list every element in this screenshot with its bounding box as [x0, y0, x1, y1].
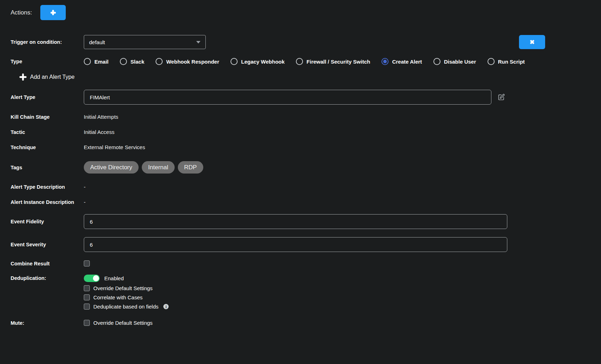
technique-row: Technique External Remote Services — [11, 144, 590, 151]
type-radio-group: Email Slack Webhook Responder Legacy Web… — [84, 58, 525, 65]
correlate-with-cases-label: Correlate with Cases — [93, 294, 142, 300]
mute-override-label: Override Default Settings — [93, 320, 153, 326]
radio-label: Disable User — [444, 59, 476, 65]
deduplicate-based-on-fields-label: Deduplicate based on fields — [93, 304, 158, 310]
tags-label: Tags — [11, 165, 84, 170]
tag-pill: RDP — [178, 161, 203, 174]
type-row: Type Email Slack Webhook Responder Legac… — [11, 58, 590, 65]
alert-type-input[interactable] — [84, 90, 491, 105]
event-fidelity-row: Event Fidelity — [11, 214, 590, 229]
radio-label: Slack — [130, 59, 144, 65]
radio-slack[interactable]: Slack — [120, 58, 144, 65]
tactic-row: Tactic Initial Access — [11, 129, 590, 135]
remove-action-button[interactable]: ✖ — [519, 35, 545, 49]
radio-legacy-webhook[interactable]: Legacy Webhook — [231, 58, 285, 65]
event-severity-row: Event Severity — [11, 237, 590, 252]
mute-label: Mute: — [11, 320, 84, 326]
trigger-condition-label: Trigger on condition: — [11, 39, 84, 45]
radio-icon — [120, 58, 127, 65]
tags-row: Tags Active Directory Internal RDP — [11, 161, 590, 174]
actions-row: Actions: — [11, 5, 590, 20]
kill-chain-stage-value: Initial Attempts — [84, 114, 118, 120]
event-fidelity-label: Event Fidelity — [11, 219, 84, 224]
combine-result-row: Combine Result — [11, 260, 590, 266]
radio-create-alert[interactable]: Create Alert — [381, 58, 422, 65]
radio-firewall-security-switch[interactable]: Firewall / Security Switch — [296, 58, 370, 65]
tactic-label: Tactic — [11, 129, 84, 135]
radio-label: Email — [94, 59, 109, 65]
override-default-settings-row: Override Default Settings — [84, 285, 169, 291]
mute-override-row: Override Default Settings — [84, 320, 153, 326]
deduplication-toggle-label: Enabled — [104, 275, 124, 281]
radio-disable-user[interactable]: Disable User — [433, 58, 476, 65]
alert-instance-description-row: Alert Instance Description - — [11, 199, 590, 205]
actions-label: Actions: — [11, 9, 32, 16]
tag-pill: Internal — [142, 161, 175, 174]
radio-label: Run Script — [498, 59, 525, 65]
trigger-condition-value: default — [89, 39, 105, 45]
event-severity-input[interactable] — [84, 237, 507, 252]
deduplication-label: Deduplication: — [11, 275, 84, 281]
radio-email[interactable]: Email — [84, 58, 109, 65]
radio-label: Create Alert — [392, 59, 422, 65]
plus-icon — [19, 74, 27, 81]
deduplication-row: Deduplication: Enabled Override Default … — [11, 275, 590, 310]
radio-label: Firewall / Security Switch — [307, 59, 370, 65]
close-icon: ✖ — [530, 39, 535, 46]
alert-type-description-row: Alert Type Description - — [11, 184, 590, 190]
combine-result-checkbox[interactable] — [84, 260, 90, 266]
alert-type-label: Alert Type — [11, 94, 84, 100]
info-icon: i — [163, 304, 169, 309]
radio-icon — [156, 58, 163, 65]
radio-webhook-responder[interactable]: Webhook Responder — [156, 58, 219, 65]
radio-icon-selected — [381, 58, 389, 65]
alert-type-row: Alert Type — [11, 90, 590, 105]
tag-pill: Active Directory — [84, 161, 139, 174]
chevron-down-icon — [196, 41, 200, 43]
override-default-settings-label: Override Default Settings — [93, 285, 153, 291]
alert-type-description-label: Alert Type Description — [11, 184, 84, 190]
toggle-knob — [93, 275, 99, 281]
type-label: Type — [11, 59, 84, 64]
radio-label: Webhook Responder — [166, 59, 219, 65]
alert-instance-description-value: - — [84, 199, 86, 205]
technique-value: External Remote Services — [84, 144, 145, 151]
deduplicate-based-on-fields-checkbox[interactable] — [84, 304, 90, 310]
kill-chain-stage-row: Kill Chain Stage Initial Attempts — [11, 114, 590, 120]
add-action-button[interactable] — [40, 5, 66, 20]
correlate-with-cases-checkbox[interactable] — [84, 294, 90, 300]
mute-override-checkbox[interactable] — [84, 320, 90, 326]
add-alert-type-label: Add an Alert Type — [30, 74, 75, 80]
tag-list: Active Directory Internal RDP — [84, 161, 203, 174]
edit-icon[interactable] — [498, 94, 505, 101]
technique-label: Technique — [11, 144, 84, 151]
deduplication-toggle[interactable] — [84, 275, 100, 282]
radio-icon — [84, 58, 91, 65]
alert-type-description-value: - — [84, 184, 86, 190]
event-fidelity-input[interactable] — [84, 214, 507, 229]
add-alert-type-button[interactable]: Add an Alert Type — [11, 74, 590, 81]
radio-icon — [231, 58, 238, 65]
correlate-with-cases-row: Correlate with Cases — [84, 294, 169, 300]
tactic-value: Initial Access — [84, 129, 115, 135]
radio-icon — [433, 58, 440, 65]
deduplication-options: Enabled Override Default Settings Correl… — [84, 275, 169, 310]
override-default-settings-checkbox[interactable] — [84, 285, 90, 291]
trigger-condition-row: Trigger on condition: default ✖ — [11, 35, 590, 49]
radio-icon — [488, 58, 495, 65]
trigger-condition-select[interactable]: default — [84, 35, 206, 49]
combine-result-label: Combine Result — [11, 261, 84, 266]
kill-chain-stage-label: Kill Chain Stage — [11, 114, 84, 120]
radio-label: Legacy Webhook — [241, 59, 285, 65]
deduplication-toggle-row: Enabled — [84, 275, 169, 282]
deduplicate-based-on-fields-row: Deduplicate based on fields i — [84, 304, 169, 310]
radio-icon — [296, 58, 303, 65]
plus-icon — [51, 10, 56, 15]
radio-run-script[interactable]: Run Script — [488, 58, 525, 65]
event-severity-label: Event Severity — [11, 242, 84, 247]
alert-instance-description-label: Alert Instance Description — [11, 199, 84, 205]
mute-row: Mute: Override Default Settings — [11, 320, 590, 326]
